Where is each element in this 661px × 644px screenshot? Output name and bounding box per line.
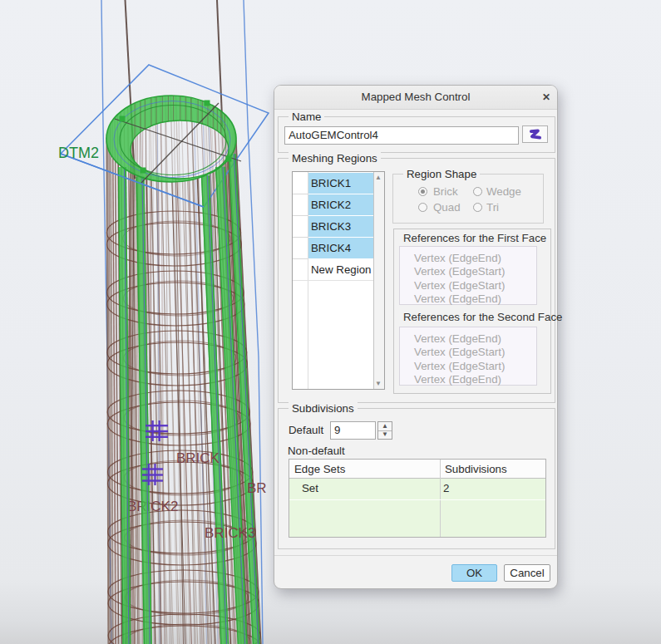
svg-text:BRICK: BRICK — [176, 450, 220, 466]
svg-text:BRICK3: BRICK3 — [205, 525, 255, 541]
svg-text:BR: BR — [247, 480, 267, 496]
svg-text:BRICK2: BRICK2 — [127, 499, 178, 514]
svg-text:DTM2: DTM2 — [58, 145, 99, 161]
